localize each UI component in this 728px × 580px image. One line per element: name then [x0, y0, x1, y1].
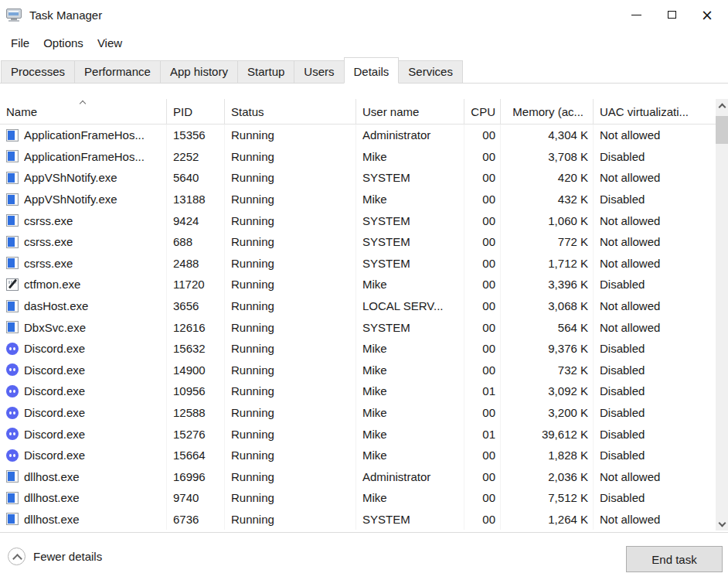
default-app-icon	[6, 513, 19, 525]
uac-cell: Disabled	[593, 189, 716, 210]
name-cell: ApplicationFrameHos...	[0, 146, 166, 168]
table-row[interactable]: DbxSvc.exe12616RunningSYSTEM00564 KNot a…	[0, 316, 716, 338]
user-name-cell: SYSTEM	[355, 253, 464, 275]
user-name-cell: Mike	[355, 360, 464, 381]
pid-cell: 5640	[166, 167, 224, 189]
tab-app-history[interactable]: App history	[160, 60, 238, 84]
pid-cell: 3656	[166, 295, 224, 317]
pid-cell: 9424	[166, 210, 224, 231]
table-row[interactable]: AppVShNotify.exe5640RunningSYSTEM00420 K…	[0, 167, 716, 189]
table-row[interactable]: dllhost.exe9740RunningMike007,512 KDisab…	[0, 487, 716, 509]
name-cell: dllhost.exe	[0, 466, 166, 488]
column-header-uac[interactable]: UAC virtualizati...	[593, 99, 716, 125]
process-name: dllhost.exe	[24, 513, 80, 526]
status-cell: Running	[224, 295, 355, 317]
table-row[interactable]: AppVShNotify.exe13188RunningMike00432 KD…	[0, 189, 716, 210]
menu-item-view[interactable]: View	[90, 33, 129, 53]
table-row[interactable]: ctfmon.exe11720RunningMike003,396 KDisab…	[0, 274, 716, 295]
pid-cell: 15276	[166, 423, 224, 445]
default-app-icon	[6, 129, 19, 142]
uac-cell: Not allowed	[593, 316, 716, 338]
memory-cell: 432 K	[500, 189, 593, 210]
process-name: Discord.exe	[24, 406, 85, 419]
uac-cell: Not allowed	[593, 253, 716, 275]
name-cell: ctfmon.exe	[0, 274, 166, 295]
memory-cell: 39,612 K	[500, 423, 593, 445]
table-row[interactable]: ApplicationFrameHos...15356RunningAdmini…	[0, 125, 716, 146]
process-name: csrss.exe	[24, 214, 73, 227]
uac-cell: Not allowed	[593, 509, 716, 531]
table-row[interactable]: dllhost.exe16996RunningAdministrator002,…	[0, 466, 716, 488]
menu-item-file[interactable]: File	[4, 33, 36, 53]
memory-cell: 3,092 K	[500, 380, 593, 402]
pid-cell: 2488	[166, 253, 224, 275]
name-cell: ApplicationFrameHos...	[0, 125, 166, 146]
table-row[interactable]: csrss.exe688RunningSYSTEM00772 KNot allo…	[0, 231, 716, 253]
close-button[interactable]: ×	[689, 0, 725, 29]
column-header-mem[interactable]: Memory (ac...	[500, 99, 593, 125]
table-row[interactable]: dllhost.exe6736RunningSYSTEM001,264 KNot…	[0, 509, 716, 531]
menu-item-options[interactable]: Options	[36, 33, 90, 53]
end-task-button[interactable]: End task	[626, 546, 723, 572]
table-row[interactable]: Discord.exe15632RunningMike009,376 KDisa…	[0, 338, 716, 360]
tab-details[interactable]: Details	[344, 57, 400, 84]
cpu-cell: 00	[464, 445, 500, 466]
uac-cell: Not allowed	[593, 231, 716, 253]
minimize-icon	[631, 15, 641, 15]
column-header-status[interactable]: Status	[224, 99, 355, 125]
user-name-cell: SYSTEM	[355, 210, 464, 231]
column-header-cpu[interactable]: CPU	[464, 99, 500, 125]
tab-startup[interactable]: Startup	[237, 60, 294, 84]
pid-cell: 15632	[166, 338, 224, 360]
table-row[interactable]: Discord.exe14900RunningMike00732 KDisabl…	[0, 360, 716, 381]
table-row[interactable]: csrss.exe2488RunningSYSTEM001,712 KNot a…	[0, 253, 716, 275]
pid-cell: 11720	[166, 274, 224, 295]
table-row[interactable]: Discord.exe15276RunningMike0139,612 KDis…	[0, 423, 716, 445]
name-cell: Discord.exe	[0, 402, 166, 424]
status-cell: Running	[224, 167, 355, 189]
status-cell: Running	[224, 380, 355, 402]
close-icon: ×	[701, 8, 713, 22]
cpu-cell: 00	[464, 210, 500, 231]
uac-cell: Disabled	[593, 380, 716, 402]
tab-services[interactable]: Services	[398, 60, 463, 84]
minimize-button[interactable]	[618, 0, 654, 29]
column-header-name[interactable]: Name	[0, 99, 166, 125]
status-cell: Running	[224, 423, 355, 445]
table-row[interactable]: csrss.exe9424RunningSYSTEM001,060 KNot a…	[0, 210, 716, 231]
tab-users[interactable]: Users	[294, 60, 344, 84]
table-row[interactable]: dasHost.exe3656RunningLOCAL SERV...003,0…	[0, 295, 716, 317]
window-title: Task Manager	[29, 9, 102, 22]
keyboard-pen-icon	[6, 278, 19, 291]
uac-cell: Not allowed	[593, 295, 716, 317]
column-header-pid[interactable]: PID	[166, 99, 224, 125]
table-row[interactable]: Discord.exe10956RunningMike013,092 KDisa…	[0, 380, 716, 402]
table-row[interactable]: ApplicationFrameHos...2252RunningMike003…	[0, 146, 716, 168]
fewer-details-toggle[interactable]: Fewer details	[8, 548, 102, 565]
scroll-down-button[interactable]	[716, 517, 728, 531]
name-cell: Discord.exe	[0, 360, 166, 381]
tab-processes[interactable]: Processes	[1, 60, 75, 84]
name-cell: DbxSvc.exe	[0, 316, 166, 338]
default-app-icon	[6, 492, 19, 504]
status-cell: Running	[224, 231, 355, 253]
scrollbar-thumb[interactable]	[716, 116, 728, 144]
process-name: AppVShNotify.exe	[24, 193, 117, 206]
memory-cell: 3,708 K	[500, 146, 593, 168]
name-cell: dllhost.exe	[0, 509, 166, 531]
pid-cell: 14900	[166, 360, 224, 381]
table-row[interactable]: Discord.exe12588RunningMike003,200 KDisa…	[0, 402, 716, 424]
process-name: AppVShNotify.exe	[24, 171, 117, 184]
table-row[interactable]: Discord.exe15664RunningMike001,828 KDisa…	[0, 445, 716, 466]
uac-cell: Disabled	[593, 445, 716, 466]
vertical-scrollbar[interactable]	[716, 99, 728, 531]
tab-performance[interactable]: Performance	[74, 60, 161, 84]
memory-cell: 564 K	[500, 316, 593, 338]
uac-cell: Not allowed	[593, 167, 716, 189]
scroll-up-button[interactable]	[716, 99, 728, 112]
maximize-button[interactable]	[654, 0, 689, 29]
memory-cell: 772 K	[500, 231, 593, 253]
process-name: dasHost.exe	[24, 299, 88, 312]
column-header-user[interactable]: User name	[355, 99, 464, 125]
process-name: Discord.exe	[24, 428, 85, 441]
